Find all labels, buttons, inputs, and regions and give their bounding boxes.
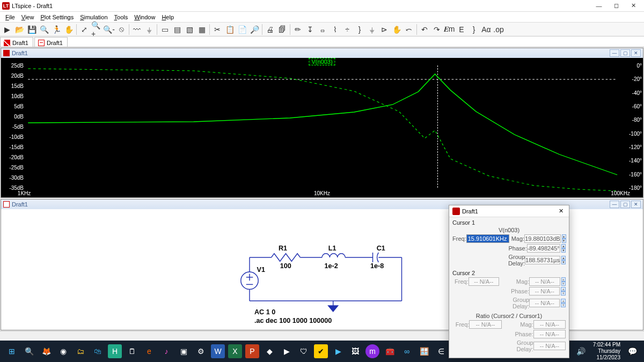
toolbar-button[interactable]: ⤺ (403, 24, 415, 35)
cursor1-gd: 188.58731µs (525, 256, 560, 264)
toolbar-button[interactable]: 🔎 (248, 24, 260, 35)
cursor1-stepper[interactable]: ▲▼ (562, 234, 566, 243)
pane-close-button[interactable]: ✕ (631, 49, 641, 57)
plot-area[interactable]: V(n003) 25dB20dB15dB10dB5dB0dB-5dB-10dB-… (1, 58, 643, 197)
app-icon[interactable]: ∈ (434, 344, 448, 358)
pane-minimize-button[interactable]: — (610, 201, 619, 208)
toolbar-button[interactable]: 🔍 (38, 24, 50, 35)
pane-maximize-button[interactable]: ▢ (620, 49, 630, 57)
chrome-icon[interactable]: ◉ (56, 344, 70, 358)
menu-tools[interactable]: Tools (111, 14, 131, 20)
toolbar-button[interactable]: ▤ (171, 24, 183, 35)
toolbar-button[interactable]: ⦸ (115, 24, 127, 35)
toolbar-button[interactable]: ✂ (211, 24, 223, 35)
toolbar-button[interactable]: ↧ (304, 24, 316, 35)
toolbar-button[interactable]: 📄 (236, 24, 248, 35)
toolbar-button[interactable]: ▧ (184, 24, 195, 35)
store-icon[interactable]: 🛍 (91, 344, 105, 358)
phase-tick: -40° (632, 90, 642, 96)
toolbar-button[interactable]: ⏚ (143, 24, 155, 35)
pane-maximize-button[interactable]: ▢ (620, 201, 630, 208)
calc-icon[interactable]: 🗒 (125, 344, 139, 358)
toolbar-button[interactable]: E (456, 24, 467, 35)
tab-schematic[interactable]: Draft1 (34, 37, 68, 47)
toolbar-button[interactable]: ⊳ (378, 24, 390, 35)
toolbar-button[interactable]: 🔍- (103, 24, 115, 35)
menu-file[interactable]: File (2, 14, 18, 20)
app-icon[interactable]: ▶ (331, 344, 345, 358)
terminal-icon[interactable]: ▣ (177, 344, 191, 358)
toolbar-button[interactable]: 💾 (26, 24, 38, 35)
tab-schematic-label: Draft1 (47, 40, 63, 46)
toolbar-button[interactable]: ✋ (391, 24, 402, 35)
search-icon[interactable]: 🔍 (22, 344, 36, 358)
app-icon[interactable]: 🧰 (383, 344, 397, 358)
pane-minimize-button[interactable]: — (610, 49, 619, 57)
toolbar-button[interactable]: 🔍+ (91, 24, 103, 35)
settings-icon[interactable]: ⚙ (194, 344, 208, 358)
toolbar-button[interactable]: } (354, 24, 365, 35)
toolbar-button[interactable]: ⤢ (78, 24, 90, 35)
toolbar-button[interactable]: 🏃 (50, 24, 62, 35)
toolbar-button[interactable]: 🖨 (264, 24, 276, 35)
cursor-dialog[interactable]: Draft1 ✕ Cursor 1 V(n003) Freq: Mag: 19.… (449, 205, 569, 358)
app-icon[interactable]: ∞ (400, 344, 414, 358)
app-icon[interactable]: ▶ (280, 344, 294, 358)
phase-tick: -120° (629, 144, 642, 150)
toolbar-button[interactable]: ÷ (341, 24, 353, 35)
ppt-icon[interactable]: P (245, 344, 259, 358)
pane-close-button[interactable]: ✕ (631, 201, 641, 208)
toolbar-button[interactable]: 📂 (13, 24, 25, 35)
toolbar-button[interactable]: ✋ (63, 24, 75, 35)
toolbar-button[interactable]: } (468, 24, 480, 35)
menu-window[interactable]: Window (131, 14, 158, 20)
toolbar-button[interactable]: 🗐 (276, 24, 288, 35)
explorer-icon[interactable]: 🗂 (74, 344, 87, 358)
toolbar-button[interactable]: ↶ (419, 24, 430, 35)
minimize-button[interactable]: — (590, 0, 608, 11)
firefox-icon[interactable]: 🦊 (39, 344, 53, 358)
toolbar-button[interactable]: 𝑬m (443, 24, 455, 35)
menu-plot-settings[interactable]: Plot Settings (37, 14, 77, 20)
toolbar-button[interactable]: 📋 (224, 24, 236, 35)
app-icon[interactable]: ◆ (262, 344, 276, 358)
close-button[interactable]: ✕ (625, 0, 642, 11)
app-icon[interactable]: ✔ (314, 344, 328, 358)
app-h-icon[interactable]: H (108, 344, 122, 358)
menu-simulation[interactable]: Simulation (77, 14, 111, 20)
toolbar-button[interactable]: ▶ (1, 24, 13, 35)
cursor-dlg-close[interactable]: ✕ (556, 208, 566, 215)
app-icon[interactable]: 🖼 (348, 344, 362, 358)
sound-icon[interactable]: 🔊 (574, 344, 588, 358)
tray-clock[interactable]: 7:02:44 PM Thursday 11/2/2023 (593, 342, 620, 361)
toolbar-button[interactable]: 〰 (131, 24, 143, 35)
app-icon[interactable]: m (365, 344, 379, 358)
window-title: LTspice - Draft1 (12, 3, 53, 9)
cursor1-freq-input[interactable] (466, 234, 509, 243)
menu-view[interactable]: View (18, 14, 38, 20)
edge-icon[interactable]: e (142, 344, 156, 358)
toolbar-button[interactable]: Aα (480, 24, 492, 35)
toolbar-button[interactable]: ↷ (431, 24, 443, 35)
tab-plot[interactable]: Draft1 (0, 37, 33, 47)
toolbar-button[interactable]: ▭ (159, 24, 171, 35)
toolbar-button[interactable]: .op (493, 24, 504, 35)
toolbar-button[interactable]: ⏚ (366, 24, 378, 35)
itunes-icon[interactable]: ♪ (159, 344, 173, 358)
excel-icon[interactable]: X (228, 344, 242, 358)
toolbar-button[interactable]: ⌇ (329, 24, 341, 35)
tab-plot-label: Draft1 (12, 40, 28, 46)
menu-help[interactable]: Help (158, 14, 177, 20)
phase-tick: -60° (632, 104, 642, 109)
maximize-button[interactable]: ◻ (608, 0, 625, 11)
toolbar-button[interactable]: ▦ (196, 24, 208, 35)
toolbar-button[interactable]: ✏ (292, 24, 304, 35)
notifications-icon[interactable]: 💬 (625, 344, 639, 358)
app-icon[interactable]: 🪟 (417, 344, 431, 358)
app-icon[interactable]: 🛡 (297, 344, 311, 358)
word-icon[interactable]: W (211, 344, 225, 358)
r1-name: R1 (279, 245, 287, 252)
toolbar-button[interactable]: ⏛ (317, 24, 328, 35)
plot-pane: Draft1 — ▢ ✕ V(n003) 25dB20dB15dB10dB5dB… (1, 48, 643, 198)
start-icon[interactable]: ⊞ (5, 344, 19, 358)
